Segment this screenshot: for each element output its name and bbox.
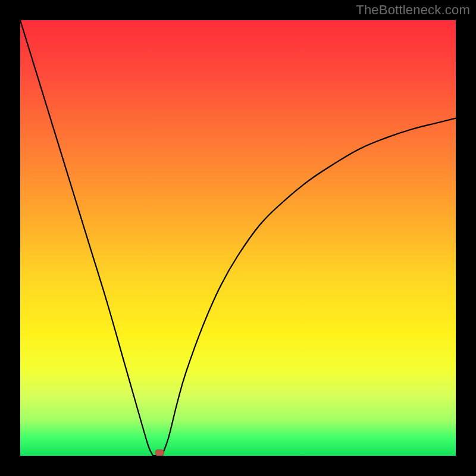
plot-svg (20, 20, 456, 456)
watermark-text: TheBottleneck.com (356, 2, 470, 18)
curve-right-branch (162, 118, 456, 456)
chart-frame: TheBottleneck.com (0, 0, 476, 476)
optimum-marker (155, 450, 164, 456)
curve-left-branch (20, 20, 153, 456)
